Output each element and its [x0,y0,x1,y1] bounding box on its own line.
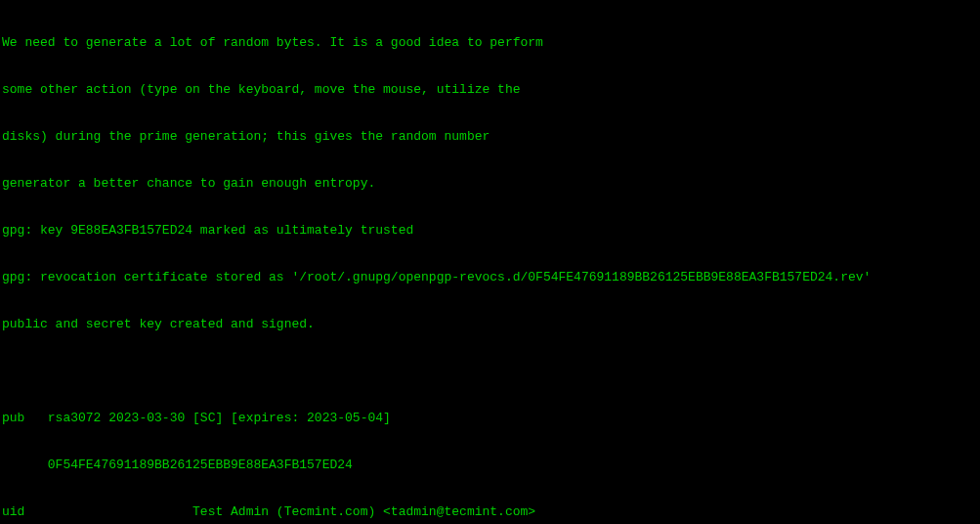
terminal-pane-top[interactable]: We need to generate a lot of random byte… [0,0,980,524]
output-line: generator a better chance to gain enough… [2,176,978,192]
output-line: public and secret key created and signed… [2,317,978,332]
output-line [2,364,978,379]
output-line: 0F54FE47691189BB26125EBB9E88EA3FB157ED24 [2,458,978,473]
output-line: gpg: revocation certificate stored as '/… [2,270,978,285]
output-line: some other action (type on the keyboard,… [2,82,978,98]
output-line: pub rsa3072 2023-03-30 [SC] [expires: 20… [2,411,978,426]
output-line: gpg: key 9E88EA3FB157ED24 marked as ulti… [2,223,978,239]
output-line: disks) during the prime generation; this… [2,129,978,145]
output-line: uid Test Admin (Tecmint.com) <tadmin@tec… [2,504,978,520]
output-line: We need to generate a lot of random byte… [2,35,978,51]
